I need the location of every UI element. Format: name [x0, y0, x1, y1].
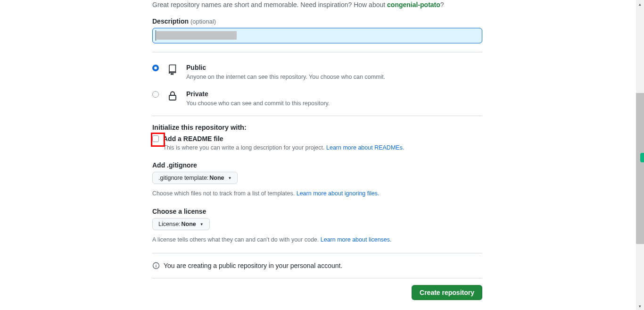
public-desc: Anyone on the internet can see this repo…: [186, 73, 385, 82]
scrollbar-thumb[interactable]: [636, 93, 644, 244]
repo-name-suggestion[interactable]: congenial-potato: [387, 1, 440, 8]
description-optional: (optional): [190, 18, 216, 25]
gitignore-help: Choose which files not to track from a l…: [152, 189, 482, 198]
lock-icon: [166, 90, 179, 102]
visibility-public-option[interactable]: Public Anyone on the internet can see th…: [152, 60, 482, 86]
svg-point-3: [156, 264, 156, 264]
caret-down-icon: ▼: [228, 176, 232, 180]
divider: [152, 52, 482, 52]
initialize-heading: Initialize this repository with:: [152, 124, 482, 131]
info-message-row: You are creating a public repository in …: [152, 253, 482, 278]
readme-help: This is where you can write a long descr…: [163, 143, 482, 152]
scroll-down-arrow[interactable]: ▾: [636, 302, 644, 310]
private-desc: You choose who can see and commit to thi…: [186, 99, 330, 108]
scroll-up-arrow[interactable]: ▴: [636, 0, 644, 8]
gitignore-learn-more-link[interactable]: Learn more about ignoring files.: [297, 190, 380, 197]
readme-help-text: This is where you can write a long descr…: [163, 144, 326, 151]
description-input[interactable]: [152, 28, 482, 43]
license-btn-label: License:: [158, 221, 181, 227]
gitignore-btn-label: .gitignore template:: [158, 175, 208, 181]
side-tab-indicator[interactable]: [640, 153, 644, 162]
description-label: Description (optional): [152, 17, 482, 25]
license-dropdown[interactable]: License: None ▼: [152, 218, 210, 230]
license-help-text: A license tells others what they can and…: [152, 236, 321, 243]
info-icon: [152, 262, 160, 269]
svg-rect-0: [169, 95, 176, 100]
gitignore-heading: Add .gitignore: [152, 161, 482, 169]
repo-icon: [166, 63, 179, 75]
visibility-private-option[interactable]: Private You choose who can see and commi…: [152, 86, 482, 113]
caret-down-icon: ▼: [200, 222, 204, 226]
readme-checkbox-row: Add a README file: [152, 135, 482, 142]
radio-private[interactable]: [152, 91, 159, 98]
readme-learn-more-link[interactable]: Learn more about READMEs.: [326, 144, 404, 151]
radio-public[interactable]: [152, 65, 159, 71]
repo-name-tagline: Great repository names are short and mem…: [152, 0, 482, 10]
gitignore-template-dropdown[interactable]: .gitignore template: None ▼: [152, 172, 238, 184]
tagline-suffix: ?: [440, 1, 444, 8]
private-title: Private: [186, 89, 330, 99]
license-heading: Choose a license: [152, 208, 482, 215]
license-learn-more-link[interactable]: Learn more about licenses.: [321, 236, 392, 243]
public-title: Public: [186, 63, 385, 73]
description-redaction: [157, 31, 237, 40]
create-repository-button[interactable]: Create repository: [412, 285, 482, 300]
info-message-text: You are creating a public repository in …: [164, 262, 342, 269]
description-label-text: Description: [152, 17, 189, 25]
readme-checkbox[interactable]: [152, 135, 159, 142]
license-help: A license tells others what they can and…: [152, 235, 482, 244]
divider: [152, 116, 482, 116]
gitignore-help-text: Choose which files not to track from a l…: [152, 190, 297, 197]
gitignore-btn-value: None: [209, 175, 224, 181]
readme-label[interactable]: Add a README file: [163, 135, 223, 142]
tagline-text: Great repository names are short and mem…: [152, 1, 387, 8]
license-btn-value: None: [182, 221, 196, 227]
